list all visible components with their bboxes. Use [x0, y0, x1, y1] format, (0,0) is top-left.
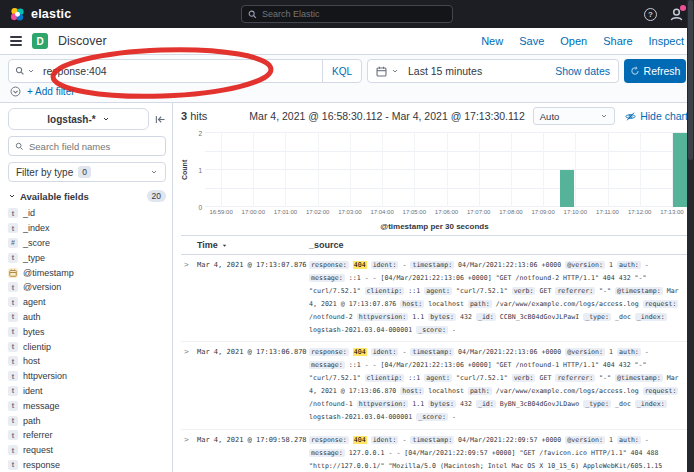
sidebar-field-clientip[interactable]: tclientip	[8, 339, 166, 354]
expand-row-icon[interactable]: >	[181, 259, 197, 336]
field-list: t_idt_index#_scoret_type@timestampt@vers…	[8, 206, 166, 472]
field-chip: message:	[309, 449, 345, 457]
histogram-bar[interactable]	[560, 170, 574, 207]
sidebar-field-host[interactable]: thost	[8, 354, 166, 369]
string-field-icon: t	[8, 356, 18, 366]
sidebar-field-bytes[interactable]: tbytes	[8, 324, 166, 339]
sidebar-field-httpversion[interactable]: thttpversion	[8, 369, 166, 384]
x-tick-label: 17:02:00	[306, 209, 329, 215]
filter-by-type[interactable]: Filter by type 0	[8, 162, 166, 182]
string-field-icon: t	[8, 327, 18, 337]
scrollbar[interactable]	[687, 0, 694, 472]
save-button[interactable]: Save	[519, 35, 544, 47]
field-name: agent	[23, 297, 46, 307]
x-tick-label: 17:05:00	[403, 209, 426, 215]
highlighted-value: 404	[353, 348, 367, 356]
inspect-button[interactable]: Inspect	[649, 35, 684, 47]
query-language-button[interactable]: KQL	[322, 60, 361, 82]
sidebar-field-_index[interactable]: t_index	[8, 221, 166, 236]
user-avatar[interactable]	[669, 7, 684, 22]
sidebar-field-@timestamp[interactable]: @timestamp	[8, 265, 166, 280]
histogram-bar[interactable]	[673, 133, 687, 207]
x-tick-label: 17:01:00	[274, 209, 297, 215]
string-field-icon: t	[8, 223, 18, 233]
index-pattern-selector[interactable]: logstash-*	[8, 108, 149, 130]
calendar-icon[interactable]	[376, 66, 387, 77]
discover-app-badge[interactable]: D	[32, 33, 48, 49]
chevron-down-icon	[150, 168, 158, 176]
field-chip: auth:	[617, 348, 641, 356]
sidebar-field-auth[interactable]: tauth	[8, 310, 166, 325]
interval-select[interactable]: Auto	[533, 107, 615, 125]
date-picker[interactable]: Last 15 minutes Show dates	[367, 59, 619, 83]
sidebar-field-_score[interactable]: #_score	[8, 236, 166, 251]
hits-count: 3 hits	[181, 110, 207, 122]
field-chip: _index:	[635, 313, 667, 321]
v-gridline	[253, 133, 254, 207]
expand-row-icon[interactable]: >	[181, 346, 197, 423]
show-dates-button[interactable]: Show dates	[555, 65, 610, 77]
histogram-plot	[205, 133, 688, 207]
available-fields-header[interactable]: Available fields 20	[8, 190, 166, 202]
field-name: referrer	[23, 430, 53, 440]
source-column-header: _source	[309, 240, 688, 250]
documents-table: Time _source >Mar 4, 2021 @ 17:13:07.876…	[181, 235, 688, 472]
field-search-input[interactable]	[29, 141, 159, 152]
field-chip: _type:	[583, 313, 611, 321]
brand[interactable]: elastic	[10, 7, 71, 22]
global-search-input[interactable]	[262, 9, 446, 19]
string-field-icon: t	[8, 297, 18, 307]
sidebar-field-agent[interactable]: tagent	[8, 295, 166, 310]
query-value[interactable]: response:404	[43, 65, 322, 77]
sidebar-field-referrer[interactable]: treferrer	[8, 428, 166, 443]
refresh-button[interactable]: Refresh	[624, 59, 686, 83]
field-chip: timestamp:	[410, 348, 454, 356]
help-icon[interactable]: ?	[644, 8, 657, 21]
field-search[interactable]	[8, 136, 166, 156]
field-name: clientip	[23, 342, 51, 352]
query-input[interactable]: response:404 KQL	[8, 59, 362, 83]
string-field-icon: t	[8, 253, 18, 263]
query-search-dropdown-icon[interactable]	[15, 66, 35, 76]
field-chip: @timestamp:	[615, 374, 663, 382]
add-filter-button[interactable]: + Add filter	[27, 86, 75, 97]
sidebar-field-_id[interactable]: t_id	[8, 206, 166, 221]
sidebar-field-request[interactable]: trequest	[8, 443, 166, 458]
string-field-icon: t	[8, 371, 18, 381]
v-gridline	[447, 133, 448, 207]
doc-rows: >Mar 4, 2021 @ 17:13:07.876response: 404…	[181, 255, 688, 472]
new-button[interactable]: New	[481, 35, 503, 47]
share-button[interactable]: Share	[603, 35, 632, 47]
global-search[interactable]	[241, 5, 453, 23]
expand-row-icon[interactable]: >	[181, 434, 197, 472]
sidebar-field-path[interactable]: tpath	[8, 413, 166, 428]
row-time: Mar 4, 2021 @ 17:13:06.870	[197, 346, 309, 423]
x-tick-label: 16:59:00	[209, 209, 232, 215]
string-field-icon: t	[8, 386, 18, 396]
field-chip: response:	[309, 261, 349, 269]
sidebar-field-@version[interactable]: t@version	[8, 280, 166, 295]
chevron-down-icon	[102, 115, 110, 123]
x-tick-label: 17:10:00	[564, 209, 587, 215]
x-axis-ticks: 16:59:0017:00:0017:01:0017:02:0017:03:00…	[205, 209, 688, 219]
field-chip: _score:	[416, 413, 448, 421]
sidebar-field-message[interactable]: tmessage	[8, 398, 166, 413]
field-chip: ident:	[371, 436, 399, 444]
menu-icon[interactable]	[10, 36, 22, 46]
field-chip: auth:	[617, 261, 641, 269]
hide-chart-button[interactable]: Hide chart	[625, 110, 688, 122]
open-button[interactable]: Open	[560, 35, 587, 47]
page-title: Discover	[58, 34, 107, 48]
collapse-sidebar-icon[interactable]	[155, 114, 166, 125]
y-axis-ticks: 012	[191, 133, 205, 207]
filter-options-icon[interactable]	[10, 86, 21, 97]
v-gridline	[382, 133, 383, 207]
time-range-value[interactable]: Last 15 minutes	[408, 65, 482, 77]
highlighted-value: 404	[353, 261, 367, 269]
sidebar-field-_type[interactable]: t_type	[8, 250, 166, 265]
sidebar-field-response[interactable]: tresponse	[8, 458, 166, 472]
string-field-icon: t	[8, 416, 18, 426]
time-column-header[interactable]: Time	[197, 240, 309, 250]
sidebar-field-ident[interactable]: tident	[8, 384, 166, 399]
field-name: _index	[23, 223, 50, 233]
